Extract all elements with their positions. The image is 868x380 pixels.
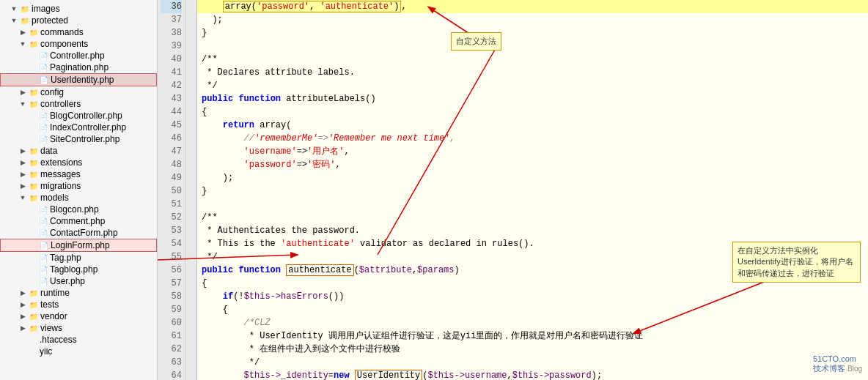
tree-item-messages[interactable]: ▶📁messages [0, 168, 157, 180]
tree-item-Comment.php[interactable]: 📄Comment.php [0, 215, 157, 227]
tree-label: LoginForm.php [51, 240, 110, 250]
tree-item-IndexController.php[interactable]: 📄IndexController.php [0, 122, 157, 133]
tree-label: Tag.php [50, 253, 81, 263]
tree-item-runtime[interactable]: ▶📁runtime [0, 287, 157, 299]
php-icon: 📄 [38, 51, 48, 61]
expand-icon: ▶ [18, 299, 28, 310]
tree-label: ContactForm.php [50, 228, 118, 238]
tree-item-tests[interactable]: ▶📁tests [0, 299, 157, 310]
code-line-38: } [197, 26, 868, 40]
tree-item-BlogController.php[interactable]: 📄BlogController.php [0, 110, 157, 122]
php-icon: 📄 [38, 228, 48, 238]
expand-icon: ▼ [9, 4, 19, 14]
annotation-custom-method: 自定义方法 [451, 32, 501, 51]
line-num-60: 60 [161, 316, 182, 329]
annotation-useridentify: 在自定义方法中实例化UserIdentify进行验证，将用户名和密码传递过去，进… [732, 242, 861, 283]
tree-item-.htaccess[interactable]: .htaccess [0, 334, 157, 346]
tree-item-extensions[interactable]: ▶📁extensions [0, 157, 157, 168]
code-line-47: 'username'=>'用户名', [197, 145, 868, 158]
tree-label: Controller.php [50, 51, 105, 61]
tree-label: Comment.php [50, 216, 105, 226]
tree-item-Blogcon.php[interactable]: 📄Blogcon.php [0, 204, 157, 215]
tree-item-controllers[interactable]: ▼📁controllers [0, 98, 157, 110]
tree-item-config[interactable]: ▶📁config [0, 86, 157, 98]
folder-icon: 📁 [20, 15, 30, 26]
tree-item-views[interactable]: ▶📁views [0, 322, 157, 334]
tree-label: runtime [40, 288, 70, 298]
code-line-43: public function attributeLabels() [197, 92, 868, 105]
code-line-45: return array( [197, 119, 868, 132]
tree-item-models[interactable]: ▼📁models [0, 192, 157, 204]
php-icon: 📄 [38, 111, 48, 121]
code-line-60: /*CLZ [197, 316, 868, 329]
tree-item-SiteController.php[interactable]: 📄SiteController.php [0, 133, 157, 145]
code-line-39 [197, 40, 868, 53]
tree-label: messages [40, 169, 81, 179]
tree-label: UserIdentity.php [51, 75, 114, 85]
line-numbers: 3637383940414243444546474849505152535455… [158, 0, 185, 380]
php-icon: 📄 [38, 253, 48, 263]
line-num-64: 64 [161, 369, 182, 380]
code-editor: 3637383940414243444546474849505152535455… [158, 0, 868, 380]
folder-icon: 📁 [29, 99, 39, 109]
tree-item-User.php[interactable]: 📄User.php [0, 275, 157, 287]
code-line-49: ); [197, 171, 868, 185]
tree-label: extensions [40, 157, 82, 168]
php-icon: 📄 [39, 75, 49, 85]
tree-item-components[interactable]: ▼📁components [0, 38, 157, 50]
tree-item-protected[interactable]: ▼📁protected [0, 15, 157, 26]
folder-icon: 📁 [29, 299, 39, 310]
line-num-54: 54 [161, 237, 182, 250]
watermark-label: 技术博客 [813, 364, 845, 373]
line-num-46: 46 [161, 132, 182, 145]
tree-label: yiic [40, 346, 52, 357]
line-num-37: 37 [161, 13, 182, 26]
tree-item-ContactForm.php[interactable]: 📄ContactForm.php [0, 227, 157, 239]
tree-label: vendor [40, 311, 67, 321]
folder-icon: 📁 [29, 157, 39, 168]
file-icon [18, 335, 38, 345]
line-num-36: 36 [161, 0, 182, 13]
code-content[interactable]: array('password', 'authenticate'), );}/*… [197, 0, 868, 380]
tree-label: components [40, 39, 88, 49]
watermark-site: 51CTO.com [813, 354, 856, 363]
tree-item-images[interactable]: ▼📁images [0, 3, 157, 15]
line-num-47: 47 [161, 145, 182, 158]
line-num-40: 40 [161, 53, 182, 66]
tree-item-data[interactable]: ▶📁data [0, 145, 157, 157]
folder-icon: 📁 [29, 87, 39, 97]
tree-item-migrations[interactable]: ▶📁migrations [0, 180, 157, 192]
php-icon: 📄 [39, 240, 49, 250]
tree-item-Tagblog.php[interactable]: 📄Tagblog.php [0, 264, 157, 275]
expand-icon: ▶ [18, 323, 28, 333]
file-icon [26, 134, 37, 144]
folder-icon: 📁 [29, 288, 39, 298]
folder-icon: 📁 [29, 323, 39, 333]
tree-item-LoginForm.php[interactable]: 📄LoginForm.php [0, 239, 157, 252]
expand-icon: ▼ [18, 99, 28, 109]
line-num-63: 63 [161, 356, 182, 369]
code-line-64: $this->_identity=new UserIdentity($this-… [197, 369, 868, 380]
tree-item-yiic[interactable]: yiic [0, 346, 157, 357]
tree-item-Tag.php[interactable]: 📄Tag.php [0, 252, 157, 264]
file-icon [26, 228, 37, 238]
tree-item-Controller.php[interactable]: 📄Controller.php [0, 50, 157, 62]
tree-label: data [40, 146, 57, 156]
tree-item-UserIdentity.php[interactable]: 📄UserIdentity.php [0, 73, 157, 86]
file-icon [26, 111, 37, 121]
line-num-45: 45 [161, 119, 182, 132]
tree-label: tests [40, 299, 59, 310]
line-num-38: 38 [161, 26, 182, 40]
code-line-46: //'rememberMe'=>'Remember me next time', [197, 132, 868, 145]
tree-item-vendor[interactable]: ▶📁vendor [0, 310, 157, 322]
tree-label: BlogController.php [50, 111, 122, 121]
code-line-42: */ [197, 79, 868, 92]
tree-label: protected [32, 15, 68, 26]
tree-label: Pagination.php [50, 62, 108, 72]
gutter [185, 0, 197, 380]
tree-item-commands[interactable]: ▶📁commands [0, 26, 157, 38]
tree-item-Pagination.php[interactable]: 📄Pagination.php [0, 62, 157, 73]
code-line-50: } [197, 185, 868, 198]
php-icon: 📄 [38, 204, 48, 215]
tree-label: Blogcon.php [50, 204, 99, 215]
